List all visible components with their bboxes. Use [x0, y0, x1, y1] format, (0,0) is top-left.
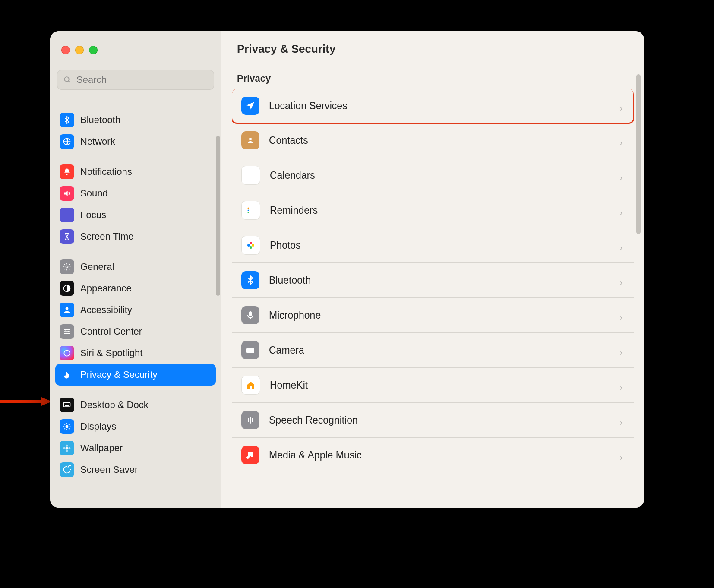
window-controls — [50, 31, 221, 59]
hand-icon — [60, 367, 74, 382]
sidebar-item-appearance[interactable]: Appearance — [55, 278, 216, 299]
privacy-row-photos[interactable]: Photos — [232, 228, 634, 263]
minimize-window-button[interactable] — [75, 46, 84, 54]
sidebar-item-privacy-security[interactable]: Privacy & Security — [55, 364, 216, 386]
sidebar-item-screen-time[interactable]: Screen Time — [55, 226, 216, 247]
dock-icon — [60, 398, 74, 412]
row-label: Camera — [269, 345, 609, 356]
svg-line-3 — [68, 81, 70, 82]
swirl-icon — [60, 462, 74, 477]
system-settings-window: BluetoothNetworkNotificationsSoundFocusS… — [50, 31, 644, 508]
calendar-icon — [241, 166, 260, 185]
contacts-icon — [241, 131, 259, 149]
sidebar-item-accessibility[interactable]: Accessibility — [55, 299, 216, 321]
sliders-icon — [60, 324, 74, 339]
speaker-icon — [60, 186, 74, 201]
list-icon — [241, 201, 260, 220]
hourglass-icon — [60, 229, 74, 244]
privacy-row-location-services[interactable]: Location Services — [232, 89, 634, 123]
content-pane: Privacy & Security Privacy Location Serv… — [221, 31, 644, 508]
row-label: Contacts — [269, 135, 609, 146]
person-icon — [60, 303, 74, 317]
sidebar-item-label: Privacy & Security — [80, 369, 158, 380]
search-input[interactable] — [76, 74, 208, 86]
sidebar-item-label: Accessibility — [80, 304, 132, 316]
annotation-arrow — [0, 396, 52, 407]
siri-icon — [60, 346, 74, 360]
sidebar-item-label: Screen Time — [80, 231, 134, 242]
chevron-right-icon — [618, 417, 624, 423]
sidebar-list: BluetoothNetworkNotificationsSoundFocusS… — [50, 98, 221, 508]
sidebar-item-bluetooth[interactable]: Bluetooth — [55, 109, 216, 131]
chevron-right-icon — [618, 207, 624, 213]
privacy-row-speech-recognition[interactable]: Speech Recognition — [232, 403, 634, 438]
photos-icon — [241, 236, 260, 255]
sidebar-item-general[interactable]: General — [55, 256, 216, 278]
sidebar-item-label: Bluetooth — [80, 114, 120, 126]
sidebar-item-siri-spotlight[interactable]: Siri & Spotlight — [55, 342, 216, 364]
sidebar-item-label: Screen Saver — [80, 464, 138, 475]
chevron-right-icon — [618, 347, 624, 353]
row-label: Location Services — [269, 100, 609, 112]
sidebar-item-label: Network — [80, 136, 115, 147]
row-label: Media & Apple Music — [269, 449, 609, 461]
close-window-button[interactable] — [61, 46, 70, 54]
bluetooth-icon — [241, 271, 259, 289]
sidebar-item-label: Focus — [80, 209, 106, 221]
gear-icon — [60, 259, 74, 274]
sidebar-item-displays[interactable]: Displays — [55, 416, 216, 437]
moon-icon — [60, 208, 74, 222]
sidebar-item-label: Control Center — [80, 326, 142, 337]
sidebar-scrollbar-thumb[interactable] — [216, 136, 220, 296]
globe-icon — [60, 134, 74, 149]
home-icon — [241, 376, 260, 395]
row-label: Photos — [270, 240, 609, 251]
camera-icon — [241, 341, 259, 359]
chevron-right-icon — [618, 312, 624, 318]
sidebar-item-desktop-dock[interactable]: Desktop & Dock — [55, 394, 216, 416]
bluetooth-icon — [60, 113, 74, 127]
chevron-right-icon — [618, 103, 624, 109]
privacy-row-microphone[interactable]: Microphone — [232, 298, 634, 333]
music-icon — [241, 446, 259, 464]
row-label: Speech Recognition — [269, 414, 609, 426]
chevron-right-icon — [618, 382, 624, 388]
privacy-row-camera[interactable]: Camera — [232, 333, 634, 368]
sidebar-item-label: Notifications — [80, 166, 132, 177]
privacy-row-contacts[interactable]: Contacts — [232, 123, 634, 158]
sidebar-item-label: General — [80, 261, 114, 272]
location-icon — [241, 97, 259, 115]
privacy-row-homekit[interactable]: HomeKit — [232, 368, 634, 403]
privacy-row-media-apple-music[interactable]: Media & Apple Music — [232, 438, 634, 472]
sidebar-item-screen-saver[interactable]: Screen Saver — [55, 459, 216, 481]
chevron-right-icon — [618, 242, 624, 248]
privacy-row-reminders[interactable]: Reminders — [232, 193, 634, 228]
sidebar-item-label: Desktop & Dock — [80, 399, 148, 411]
sidebar-item-wallpaper[interactable]: Wallpaper — [55, 437, 216, 459]
svg-point-2 — [64, 77, 69, 82]
sidebar-item-label: Siri & Spotlight — [80, 348, 142, 359]
sidebar-item-sound[interactable]: Sound — [55, 183, 216, 204]
privacy-row-bluetooth[interactable]: Bluetooth — [232, 263, 634, 298]
sidebar-item-focus[interactable]: Focus — [55, 204, 216, 226]
row-label: Reminders — [270, 205, 609, 216]
chevron-right-icon — [618, 137, 624, 143]
mic-icon — [241, 306, 259, 324]
chevron-right-icon — [618, 452, 624, 458]
content-scrollbar-thumb[interactable] — [636, 74, 641, 234]
waveform-icon — [241, 411, 259, 429]
sidebar-item-label: Displays — [80, 421, 116, 432]
search-field[interactable] — [57, 70, 214, 90]
sidebar-item-label: Sound — [80, 188, 108, 199]
sidebar-item-notifications[interactable]: Notifications — [55, 161, 216, 183]
chevron-right-icon — [618, 277, 624, 283]
row-label: Calendars — [270, 170, 609, 181]
sidebar: BluetoothNetworkNotificationsSoundFocusS… — [50, 31, 221, 508]
sidebar-item-control-center[interactable]: Control Center — [55, 321, 216, 342]
sidebar-item-network[interactable]: Network — [55, 131, 216, 152]
privacy-row-calendars[interactable]: Calendars — [232, 158, 634, 193]
sun-icon — [60, 419, 74, 434]
flower-icon — [60, 441, 74, 455]
zoom-window-button[interactable] — [89, 46, 98, 54]
row-label: Bluetooth — [269, 275, 609, 286]
